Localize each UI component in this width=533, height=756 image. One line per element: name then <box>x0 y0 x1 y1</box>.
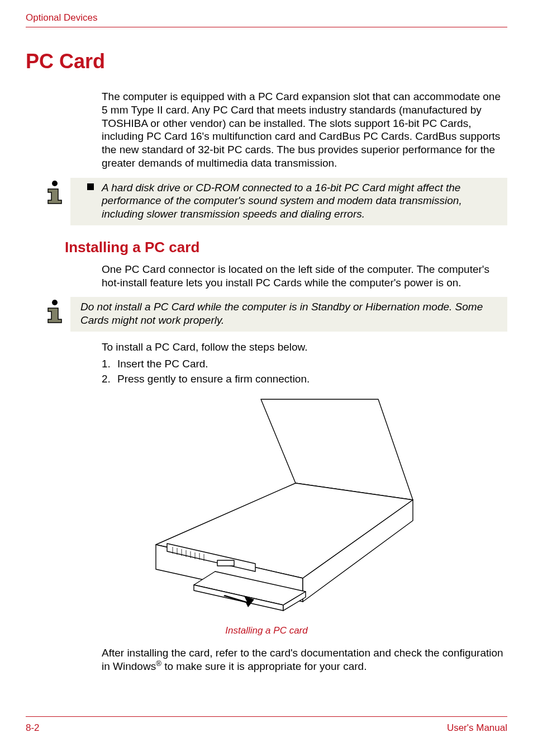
after-install-paragraph: After installing the card, refer to the … <box>102 646 507 674</box>
install-paragraph: One PC Card connector is located on the … <box>102 263 507 290</box>
page-footer: 8-2 User's Manual <box>26 716 507 734</box>
steps-list: 1. Insert the PC Card. 2. Press gently t… <box>102 356 507 387</box>
intro-paragraph: The computer is equipped with a PC Card … <box>102 90 507 170</box>
step-text: Press gently to ensure a firm connection… <box>117 371 310 387</box>
list-number: 2. <box>102 371 117 387</box>
note-box-2: Do not install a PC Card while the compu… <box>70 297 507 332</box>
footer-manual-label: User's Manual <box>447 722 507 734</box>
note-box-1: A hard disk drive or CD-ROM connected to… <box>70 178 507 225</box>
bullet-icon <box>87 183 94 190</box>
list-item: 1. Insert the PC Card. <box>102 356 507 372</box>
step-text: Insert the PC Card. <box>117 356 208 372</box>
svg-rect-10 <box>217 560 234 566</box>
svg-point-0 <box>52 181 58 186</box>
figure-caption: Installing a PC card <box>26 625 507 636</box>
subsection-heading-installing: Installing a PC card <box>65 239 507 256</box>
info-icon <box>42 299 67 328</box>
steps-intro: To install a PC Card, follow the steps b… <box>102 341 507 354</box>
registered-mark: ® <box>156 659 161 668</box>
page: Optional Devices PC Card The computer is… <box>0 0 533 756</box>
header-text: Optional Devices <box>26 12 98 23</box>
section-heading-pc-card: PC Card <box>26 50 507 73</box>
running-header: Optional Devices <box>26 12 507 27</box>
note-text-2: Do not install a PC Card while the compu… <box>80 301 483 326</box>
note-text-1: A hard disk drive or CD-ROM connected to… <box>102 182 462 220</box>
figure <box>26 395 507 621</box>
laptop-pc-card-illustration <box>116 395 417 618</box>
page-number: 8-2 <box>26 722 40 734</box>
svg-point-1 <box>52 300 58 305</box>
list-number: 1. <box>102 356 117 372</box>
list-item: 2. Press gently to ensure a firm connect… <box>102 371 507 387</box>
info-icon <box>42 180 67 209</box>
